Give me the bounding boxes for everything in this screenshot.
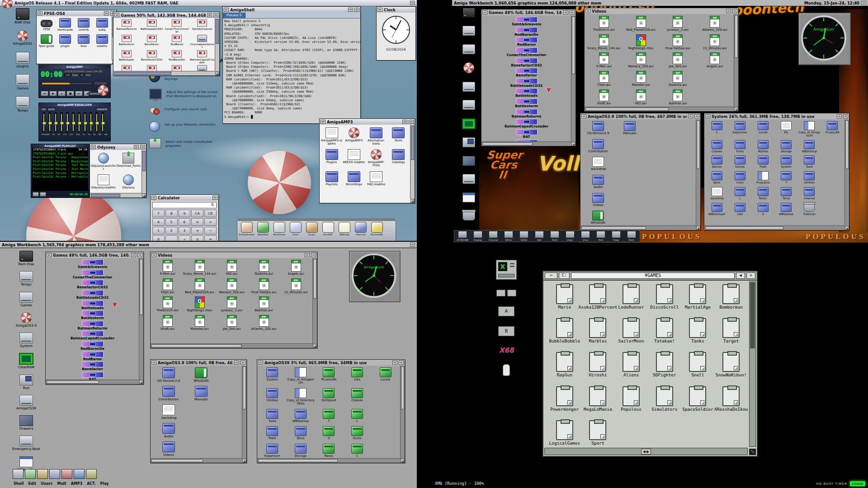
dock-unarc-icon[interactable]: [37, 469, 48, 479]
welcome-item-configure[interactable]: Configure your sound card.: [149, 106, 224, 115]
dock-item-display[interactable]: Display: [471, 231, 485, 241]
icon-shaft-avi[interactable]: Shaft.avi: [585, 89, 623, 106]
dock-item-internet[interactable]: Internet: [353, 222, 368, 236]
icon-copy-of-directoryopus[interactable]: Copy_of_DirectoryOpus: [287, 388, 315, 406]
icon-storage[interactable]: Storage: [775, 140, 798, 153]
icon-benefactorcd32[interactable]: BenefactorCD32: [139, 50, 165, 64]
icon-download-fonts[interactable]: Download_Fonts: [116, 153, 142, 171]
close-gadget-icon[interactable]: [258, 361, 263, 365]
dock-item-dfree[interactable]: DFree: [501, 231, 516, 241]
icon-thegrinch-avi[interactable]: TheGrinch.avi: [151, 296, 184, 313]
iconify-gadget-icon[interactable]: [104, 11, 109, 15]
dock-item-dosa[interactable]: DOSA: [517, 231, 531, 241]
zoom-gadget-icon[interactable]: [837, 114, 842, 118]
icon-run[interactable]: Run: [19, 375, 33, 390]
game-item-saint-greavsie[interactable]: Saint&Greavsie: [46, 259, 139, 269]
horizontal-scrollbar[interactable]: [257, 458, 401, 463]
depth-gadget-icon[interactable]: [140, 145, 145, 149]
drive-letter[interactable]: C:: [559, 272, 570, 279]
icon-ram-disk[interactable]: Ram Disk: [462, 8, 476, 22]
zoom-gadget-icon[interactable]: [688, 114, 693, 118]
screen-title-bar[interactable]: AmigaOS Release 4.1 - Final Edition Upda…: [0, 0, 417, 6]
icon-scary-movie-144-avi[interactable]: Scary_Movie_144.avi: [585, 34, 623, 51]
screen-title-bar[interactable]: Amiga Workbench 1,565,704 graphics mem 1…: [0, 242, 417, 248]
icon-whodidit[interactable]: WhoDidIt: [185, 367, 217, 383]
icon-ram-disk[interactable]: Ram Disk: [18, 251, 34, 266]
icon-logicalgames[interactable]: LogicalGames: [548, 420, 581, 447]
horizontal-scrollbar[interactable]: [151, 458, 242, 463]
tool-dock[interactable]: [13, 469, 97, 479]
close-gadget-icon[interactable]: [224, 8, 229, 12]
calc-key-0[interactable]: 0: [152, 235, 165, 241]
playlist-titlebar[interactable]: AmigaAMP PLAYLIST: [31, 144, 89, 148]
eq-auto-button[interactable]: AUTO: [47, 108, 56, 111]
icon-utilities[interactable]: Utilities: [798, 171, 821, 184]
icon-recordings[interactable]: Recordings: [343, 171, 365, 186]
close-gadget-icon[interactable]: [114, 13, 119, 17]
icon-sstates[interactable]: sstates: [93, 34, 111, 48]
play-button[interactable]: ▶: [49, 91, 57, 96]
icon-batman-avi[interactable]: Batman.avi: [660, 89, 697, 106]
calc-key-5[interactable]: 5: [165, 218, 178, 226]
icon-expansion[interactable]: Expansion: [728, 121, 751, 137]
icon-redbaron[interactable]: RedBaron: [165, 35, 190, 49]
icon-t[interactable]: T: [315, 409, 343, 423]
eq-on-button[interactable]: ON: [41, 108, 47, 111]
icon-scary-movie-144-avi[interactable]: Scary_Movie_144.avi: [184, 260, 216, 276]
icon-shaft-avi[interactable]: Shaft.avi: [151, 315, 184, 331]
icon-system[interactable]: System: [775, 155, 798, 169]
tool-dock[interactable]: ASYNCWBDisplayChrystalDFreeDOSAEditShell…: [454, 230, 640, 242]
game-item-bat[interactable]: BAT: [481, 129, 571, 139]
icon-classes[interactable]: Classes: [705, 140, 728, 153]
icon-plugin[interactable]: plugin: [56, 34, 75, 48]
dock-item-edit[interactable]: Edit: [532, 231, 547, 241]
icon-backdrop[interactable]: .backdrop: [582, 157, 614, 171]
os39a-titlebar[interactable]: AmigaOS3.9 100% full, 0B free, 467: [151, 360, 246, 366]
horizontal-scrollbar[interactable]: [151, 343, 313, 348]
zoom-gadget-icon[interactable]: [305, 253, 310, 257]
icon-bat[interactable]: BAT: [114, 65, 139, 71]
resize-gadget[interactable]: ◢: [696, 226, 700, 230]
close-gadget-icon[interactable]: [581, 114, 586, 118]
icon-saint-greavsie[interactable]: Saint&Greavsie: [189, 19, 215, 33]
icon-cxhandler[interactable]: CXHandler: [461, 192, 477, 206]
pl-sel-button[interactable]: [40, 192, 46, 197]
calc-key-ca[interactable]: CA: [191, 210, 203, 217]
resize-gadget[interactable]: ◢: [845, 226, 849, 230]
depth-gadget-icon[interactable]: [212, 196, 217, 200]
zoom-gadget-icon[interactable]: [726, 9, 731, 13]
dock-menu-labels[interactable]: ShellEditUnarcMultAMP3ACT.Play: [14, 482, 109, 486]
icon-tempz[interactable]: Tempz: [16, 96, 29, 113]
dock-multiview-icon[interactable]: [49, 469, 60, 479]
icon-alternative-icons[interactable]: Alternative-Icons: [365, 127, 387, 145]
clock-titlebar[interactable]: Clock: [377, 7, 415, 13]
icon-nightlong1-mov[interactable]: Nightlong1.mov: [623, 34, 660, 51]
icon-temp[interactable]: Temp: [775, 187, 798, 200]
close-gadget-icon[interactable]: [151, 253, 156, 257]
dock-item-unarc[interactable]: Unarc: [563, 231, 577, 241]
icon-odyssey[interactable]: Odyssey: [116, 174, 142, 189]
icon-l[interactable]: L: [728, 187, 751, 200]
depth-gadget-icon[interactable]: [694, 114, 699, 118]
screen-depth-gadget[interactable]: [410, 243, 415, 247]
close-gadget-icon[interactable]: [585, 9, 590, 13]
horizontal-scrollbar[interactable]: [580, 225, 696, 230]
game-item-benefactor[interactable]: Benefactor: [46, 361, 139, 371]
videos-titlebar[interactable]: Videos: [585, 8, 738, 14]
icon-cinemawaregames[interactable]: CinemawareGames: [189, 35, 215, 49]
calc-key-blank[interactable]: ×: [191, 218, 203, 226]
depth-gadget-icon[interactable]: [409, 120, 414, 124]
icon-diropus4[interactable]: DirOpus4: [315, 388, 343, 406]
icon-clearram[interactable]: ClearRAM: [18, 353, 34, 369]
icon-aresshadeikou[interactable]: AResshaDeIkou: [714, 386, 748, 413]
icon-aliens[interactable]: Aliens: [614, 352, 648, 379]
icon-amigaos3-9[interactable]: AmigaOS3.9: [459, 62, 478, 77]
icon-menace-320-avi[interactable]: Menace_320.avi: [216, 278, 248, 295]
icon-jurassic-3-avi[interactable]: Jurassic_3.avi: [660, 16, 697, 32]
icon-plugins[interactable]: plugins: [16, 52, 29, 68]
icon-whodidit[interactable]: WhoDidIt: [582, 211, 614, 225]
icon-wbstartup[interactable]: WBStartup: [287, 409, 315, 423]
game-item-batmancapedcrusader[interactable]: BatmanCapedCrusader: [481, 119, 571, 129]
pause-button[interactable]: ⏸: [58, 91, 66, 96]
calc-key-7[interactable]: 7: [152, 210, 165, 217]
